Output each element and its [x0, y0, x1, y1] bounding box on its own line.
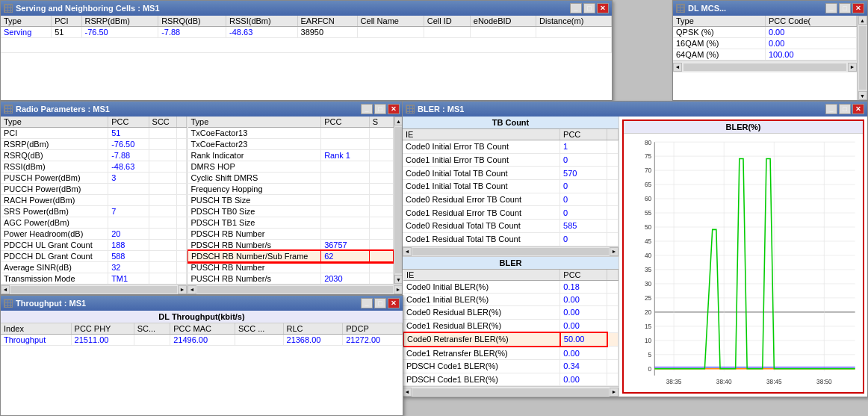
radio-minimize-btn[interactable]: _: [361, 104, 373, 114]
serving-rssi: -48.63: [226, 27, 297, 38]
bler-tb-scroll-thumb[interactable]: [412, 248, 609, 255]
bler-win-controls: _ □ ✕: [825, 104, 864, 114]
bler-minimize-btn[interactable]: _: [825, 104, 837, 114]
radio-right-scroll-left[interactable]: ◄: [187, 285, 196, 294]
throughput-window: Throughput : MS1 _ □ ✕ DL Throughput(kbi…: [0, 295, 403, 416]
dlmcs-close-btn[interactable]: ✕: [852, 3, 864, 13]
throughput-table: Index PCC PHY SC... PCC MAC SCC ... RLC …: [1, 323, 403, 346]
radio-right-row-2: TxCoeFactor23: [188, 139, 394, 150]
radio-right-row-8: PDSCH TB0 Size: [188, 206, 394, 217]
dlmcs-scrollbar-h[interactable]: ◄ ►: [673, 60, 857, 72]
dlmcs-64qam-label: 64QAM (%): [673, 49, 765, 60]
throughput-close-btn[interactable]: ✕: [388, 298, 400, 308]
bler-tb-header: IE PCC: [403, 129, 619, 140]
radio-row-pusch-pwr: PUSCH Power(dBm)3: [1, 173, 187, 184]
radio-right-scroll-thumb[interactable]: [395, 127, 403, 273]
throughput-title-bar: Throughput : MS1 _ □ ✕: [1, 296, 403, 311]
tp-col-pcc-mac: PCC MAC: [170, 323, 235, 335]
bler-bler-col-pcc: PCC: [560, 270, 607, 281]
svg-text:35: 35: [645, 266, 651, 273]
serving-enodebid: [470, 27, 536, 38]
tp-col-pcc-phy: PCC PHY: [71, 323, 134, 335]
radio-right-header: Type PCC S: [188, 117, 394, 128]
bler-chart-container: BLER(%): [622, 119, 864, 394]
grid-icon: [4, 4, 13, 13]
bler-bler-row-1: Code0 Initial BLER(%)0.18: [403, 280, 619, 293]
dlmcs-col-pcc: PCC Code(: [765, 16, 856, 27]
bler-maximize-btn[interactable]: □: [839, 104, 851, 114]
dlmcs-scrollbar-v[interactable]: ▲ ▼: [857, 16, 867, 100]
radio-right-scrollbar-h[interactable]: ◄ ►: [187, 284, 403, 294]
serving-maximize-btn[interactable]: □: [583, 3, 595, 13]
dlmcs-scroll-right[interactable]: ►: [848, 63, 857, 72]
serving-cellname: [357, 27, 424, 38]
serving-header-row: Type PCI RSRP(dBm) RSRQ(dB) RSSI(dBm) EA…: [1, 16, 612, 27]
col-earfcn: EARFCN: [297, 16, 357, 27]
bler-tb-row-5: Code0 Residual Error TB Count0: [403, 193, 619, 206]
throughput-maximize-btn[interactable]: □: [374, 298, 386, 308]
bler-bler-row-7: PDSCH Code1 BLER(%)0.34: [403, 360, 619, 373]
bler-title-bar: BLER : MS1 _ □ ✕: [403, 102, 867, 117]
bler-bler-scroll-left[interactable]: ◄: [403, 388, 412, 397]
bler-bler-scroll-right[interactable]: ►: [610, 388, 619, 397]
serving-minimize-btn[interactable]: _: [570, 3, 582, 13]
throughput-row-1: Throughput 21511.00 21496.00 21368.00 21…: [1, 335, 403, 346]
svg-text:60: 60: [645, 195, 651, 202]
radio-right-row-1: TxCoeFactor13: [188, 128, 394, 139]
throughput-title: Throughput : MS1: [16, 299, 86, 308]
col-rsrp: RSRP(dBm): [81, 16, 158, 27]
bler-bler-header-row: IE PCC: [403, 270, 619, 281]
dlmcs-scroll-thumb-h[interactable]: [683, 63, 846, 71]
bler-bler-scrollbar-h[interactable]: ◄ ►: [403, 386, 619, 397]
dlmcs-maximize-btn[interactable]: □: [839, 3, 851, 13]
dlmcs-scroll-thumb-v[interactable]: [859, 26, 867, 90]
bler-close-btn[interactable]: ✕: [852, 104, 864, 114]
bler-bler-scroll-thumb[interactable]: [412, 388, 609, 396]
serving-earfcn: 38950: [297, 27, 357, 38]
radio-left-scrollbar-h[interactable]: ◄ ►: [1, 284, 187, 294]
radio-maximize-btn[interactable]: □: [374, 104, 386, 114]
radio-row-rsrq: RSRQ(dB)-7.88: [1, 150, 187, 161]
dlmcs-minimize-btn[interactable]: _: [825, 3, 837, 13]
bler-tb-scrollbar-h[interactable]: ◄ ►: [403, 246, 619, 257]
bler-tb-row-1: Code0 Initial Error TB Count1: [403, 140, 619, 154]
radio-grid-icon: [4, 105, 13, 114]
radio-right-row-5: Cyclic Shift DMRS: [188, 173, 394, 184]
radio-left-table: Type PCC SCC PCI51 RSRP(dBm)-76.50 RSRQ(…: [1, 117, 187, 284]
col-distance: Distance(m): [536, 16, 612, 27]
bler-tb-row-3: Code0 Initial Total TB Count570: [403, 167, 619, 180]
tp-pdcp: 21272.00: [343, 335, 403, 346]
radio-left-scroll-right[interactable]: ►: [178, 285, 187, 294]
bler-tb-row-2: Code1 Initial Error TB Count0: [403, 153, 619, 167]
tp-col-index: Index: [1, 323, 71, 335]
radio-col-scc: SCC: [149, 117, 177, 128]
bler-tb-scroll-left[interactable]: ◄: [403, 247, 412, 256]
serving-close-btn[interactable]: ✕: [597, 3, 609, 13]
dlmcs-scroll-down[interactable]: ▼: [858, 91, 867, 100]
svg-text:0: 0: [648, 365, 652, 373]
radio-row-rsrp: RSRP(dBm)-76.50: [1, 139, 187, 150]
svg-text:55: 55: [645, 209, 651, 217]
serving-rsrp: -76.50: [81, 27, 158, 38]
col-pci: PCI: [52, 16, 81, 27]
radio-left-scroll-thumb[interactable]: [10, 286, 177, 294]
svg-text:5: 5: [648, 351, 652, 358]
radio-right-col-pcc: PCC: [321, 117, 370, 128]
dlmcs-scroll-up[interactable]: ▲: [858, 16, 867, 25]
dlmcs-table: Type PCC Code( QPSK (%) 0.00 16QAM (%) 0…: [673, 16, 857, 60]
radio-close-btn[interactable]: ✕: [388, 104, 400, 114]
throughput-minimize-btn[interactable]: _: [361, 298, 373, 308]
radio-left-scroll-left[interactable]: ◄: [1, 285, 10, 294]
dlmcs-row-16qam: 16QAM (%) 0.00: [673, 38, 857, 49]
bler-tb-scroll-right[interactable]: ►: [610, 247, 619, 256]
tp-index: Throughput: [1, 335, 71, 346]
radio-right-scroll-thumb-h[interactable]: [197, 286, 393, 294]
bler-chart-area: 80 75 70 65 60 55 50 45 40 35 30 25 20 1…: [624, 134, 863, 392]
radio-row-pdcch-ul: PDCCH UL Grant Count188: [1, 240, 187, 251]
svg-text:65: 65: [645, 181, 651, 188]
col-type: Type: [1, 16, 52, 27]
radio-right-panel: Type PCC S TxCoeFactor13 TxCoeFactor23 R…: [187, 117, 403, 294]
throughput-win-controls: _ □ ✕: [361, 298, 400, 308]
bler-tb-table-wrapper: IE PCC Code0 Initial Error TB Count1 Cod…: [403, 129, 619, 246]
dlmcs-scroll-left[interactable]: ◄: [673, 63, 682, 72]
